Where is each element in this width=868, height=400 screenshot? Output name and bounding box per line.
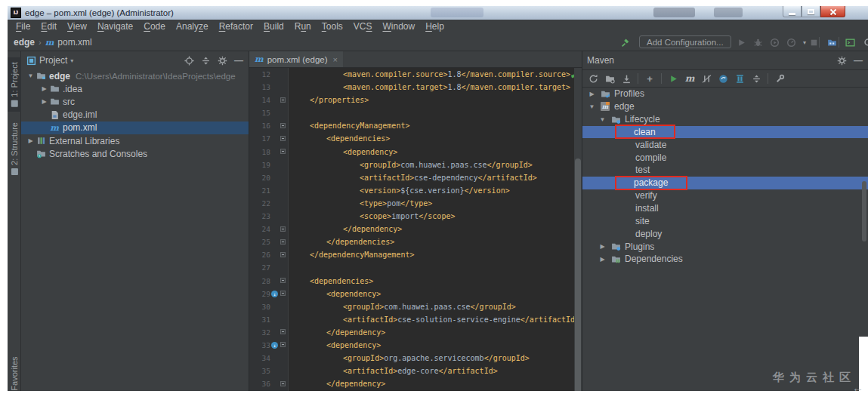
window-close-button[interactable] xyxy=(820,6,845,17)
code-line-21[interactable]: 21<version>${cse.version}</version> xyxy=(249,184,582,197)
chevron-collapsed-icon[interactable]: ▶ xyxy=(587,91,597,97)
chevron-expanded-icon[interactable]: ▼ xyxy=(26,72,36,79)
code-line-20[interactable]: 20<artifactId>cse-dependency</artifactId… xyxy=(249,171,582,184)
maven-tree-item-compile[interactable]: compile xyxy=(582,151,868,164)
show-dependencies-button[interactable] xyxy=(732,72,747,85)
skip-tests-button[interactable] xyxy=(699,72,714,85)
code-line-23[interactable]: 23<scope>import</scope> xyxy=(249,210,582,223)
menu-item-navigate[interactable]: Navigate xyxy=(92,21,138,32)
menu-item-file[interactable]: File xyxy=(11,21,36,32)
chevron-collapsed-icon[interactable]: ▶ xyxy=(39,85,49,92)
code-line-14[interactable]: 14</properties> xyxy=(249,94,582,106)
profiler-button[interactable] xyxy=(784,35,798,49)
build-project-button[interactable] xyxy=(618,35,632,49)
fold-marker-icon[interactable] xyxy=(280,329,286,334)
window-minimize-button[interactable] xyxy=(783,6,802,17)
fold-marker-icon[interactable] xyxy=(280,291,286,296)
maven-tree-item-verify[interactable]: verify xyxy=(582,189,868,202)
debug-button[interactable] xyxy=(751,35,765,49)
code-line-13[interactable]: 13<maven.compiler.target>1.8</maven.comp… xyxy=(249,81,582,94)
download-sources-button[interactable] xyxy=(619,72,634,85)
code-line-25[interactable]: 25</dependencies> xyxy=(249,235,582,248)
window-maximize-button[interactable] xyxy=(802,6,820,17)
settings-gear-icon[interactable] xyxy=(217,55,227,66)
code-line-29[interactable]: 29↓<dependency> xyxy=(249,288,582,300)
fold-marker-icon[interactable] xyxy=(280,381,286,386)
code-line-34[interactable]: 34<groupId>org.apache.servicecomb</group… xyxy=(249,352,582,365)
maven-tree-item-clean[interactable]: clean xyxy=(582,126,868,139)
code-line-18[interactable]: 18<dependency> xyxy=(249,146,582,158)
editor-scrollbar-thumb[interactable] xyxy=(575,158,581,391)
project-tree-item-scratches-and-consoles[interactable]: Scratches and Consoles xyxy=(21,147,249,160)
locate-icon[interactable] xyxy=(184,55,194,66)
maven-tree-item-deploy[interactable]: deploy xyxy=(582,227,868,240)
maven-dependency-gutter-icon[interactable]: ↓ xyxy=(271,291,278,297)
menu-item-edit[interactable]: Edit xyxy=(36,21,62,32)
code-line-19[interactable]: 19<groupId>com.huawei.paas.cse</groupId> xyxy=(249,158,582,171)
code-line-17[interactable]: 17<dependencies> xyxy=(249,132,582,145)
code-viewport[interactable]: 12<maven.compiler.source>1.8</maven.comp… xyxy=(249,68,582,390)
code-line-24[interactable]: 24</dependency> xyxy=(249,223,582,235)
menu-item-build[interactable]: Build xyxy=(258,21,289,32)
tool-window-button-structure[interactable]: 2: Structure xyxy=(8,116,21,181)
code-line-16[interactable]: 16<dependencyManagement> xyxy=(249,119,582,132)
chevron-down-icon[interactable]: ▾ xyxy=(70,57,73,64)
menu-item-code[interactable]: Code xyxy=(138,21,171,32)
execute-goal-button[interactable]: m xyxy=(682,72,697,85)
maven-dependency-gutter-icon[interactable]: ↓ xyxy=(271,342,278,349)
add-configuration-button[interactable]: Add Configuration... xyxy=(639,35,731,48)
chevron-expanded-icon[interactable]: ▼ xyxy=(598,116,607,123)
maven-tree-item-install[interactable]: install xyxy=(582,202,868,215)
fold-marker-icon[interactable] xyxy=(280,342,286,347)
editor-scrollbar-track[interactable] xyxy=(574,68,582,391)
collapse-all-icon[interactable] xyxy=(200,55,211,66)
chevron-expanded-icon[interactable]: ▼ xyxy=(587,103,597,110)
project-tree-item-src[interactable]: ▶src xyxy=(21,95,249,108)
maven-tree-item-site[interactable]: site xyxy=(582,214,868,227)
project-tree-item-idea[interactable]: ▶.idea xyxy=(21,82,249,95)
menu-item-analyze[interactable]: Analyze xyxy=(171,21,214,32)
run-button[interactable] xyxy=(734,35,748,49)
fold-marker-icon[interactable] xyxy=(280,252,286,257)
code-line-33[interactable]: 33↓<dependency> xyxy=(249,339,582,352)
fold-marker-icon[interactable] xyxy=(280,136,286,141)
maven-tree-item-dependencies[interactable]: ▶Dependencies xyxy=(582,253,868,266)
breadcrumb-project[interactable]: edge xyxy=(14,37,35,48)
generate-sources-button[interactable] xyxy=(602,72,617,85)
menu-item-refactor[interactable]: Refactor xyxy=(214,21,258,32)
code-line-32[interactable]: 32</dependency> xyxy=(249,326,582,339)
chevron-collapsed-icon[interactable]: ▶ xyxy=(26,137,36,144)
settings-wrench-button[interactable] xyxy=(772,72,787,85)
menu-item-run[interactable]: Run xyxy=(289,21,317,32)
hide-icon[interactable]: — xyxy=(233,55,244,66)
tab-close-icon[interactable]: × xyxy=(333,55,338,64)
maven-tree-item-edge[interactable]: ▼medge xyxy=(582,100,868,113)
hide-icon[interactable]: — xyxy=(853,55,863,66)
project-tree-item-pom-xml[interactable]: mpom.xml xyxy=(21,122,249,134)
maven-tree-item-test[interactable]: test xyxy=(582,164,868,177)
project-panel-title[interactable]: Project xyxy=(39,55,67,66)
menu-item-window[interactable]: Window xyxy=(377,21,420,32)
coverage-button[interactable] xyxy=(768,35,781,49)
breadcrumb-file[interactable]: pom.xml xyxy=(57,37,91,48)
project-tree-item-edge-iml[interactable]: edge.iml xyxy=(21,109,249,122)
code-line-28[interactable]: 28<dependencies> xyxy=(249,275,582,288)
code-line-30[interactable]: 30<groupId>com.huawei.paas.cse</groupId> xyxy=(249,300,582,313)
chevron-collapsed-icon[interactable]: ▶ xyxy=(39,98,49,105)
fold-marker-icon[interactable] xyxy=(280,239,286,245)
menu-item-help[interactable]: Help xyxy=(420,21,449,32)
fold-marker-icon[interactable] xyxy=(280,226,286,232)
editor-tab-pom-xml[interactable]: m pom.xml (edge) × xyxy=(249,51,343,67)
chevron-collapsed-icon[interactable]: ▶ xyxy=(598,256,607,263)
tool-window-button-project[interactable]: 1: Project xyxy=(8,57,21,112)
code-line-27[interactable]: 27 xyxy=(249,261,582,274)
fold-marker-icon[interactable] xyxy=(280,149,286,154)
terminal-button[interactable] xyxy=(843,35,857,49)
collapse-all-button[interactable] xyxy=(749,72,764,85)
menu-item-tools[interactable]: Tools xyxy=(317,21,348,32)
add-button[interactable]: + xyxy=(642,72,657,85)
code-line-26[interactable]: 26</dependencyManagement> xyxy=(249,248,582,261)
fold-marker-icon[interactable] xyxy=(280,97,286,103)
maven-tree-item-lifecycle[interactable]: ▼Lifecycle xyxy=(582,113,868,126)
run-green-button[interactable] xyxy=(666,72,681,85)
